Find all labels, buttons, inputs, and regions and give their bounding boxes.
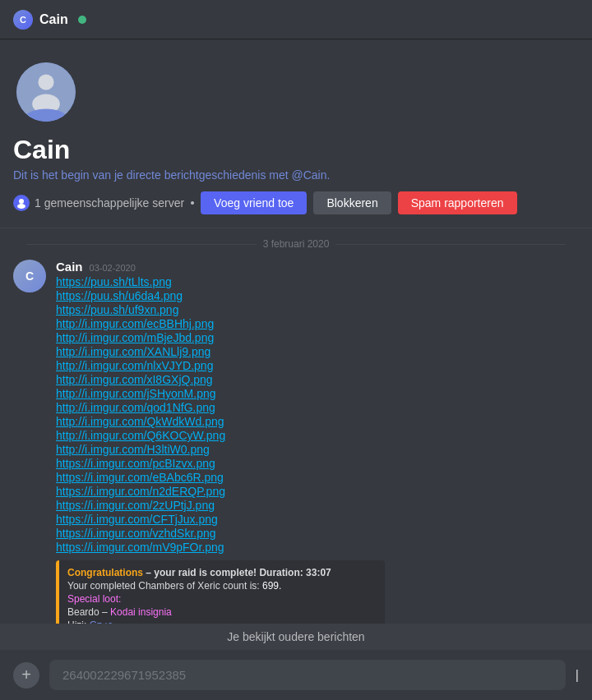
message-input[interactable]: [49, 660, 566, 690]
profile-actions: 1 gemeenschappelijke server Voeg vriend …: [13, 191, 579, 214]
mutual-servers-label: 1 gemeenschappelijke server: [35, 196, 184, 210]
block-button[interactable]: Blokkeren: [313, 191, 391, 214]
message-link[interactable]: https://i.imgur.com/eBAbc6R.png: [56, 471, 579, 484]
profile-area: Cain Dit is het begin van je directe ber…: [0, 39, 592, 228]
message-links: https://puu.sh/tLlts.pnghttps://puu.sh/u…: [56, 275, 579, 554]
top-bar: C Cain: [0, 0, 592, 39]
add-friend-button[interactable]: Voeg vriend toe: [201, 191, 307, 214]
date-divider-text: 3 februari 2020: [263, 238, 330, 250]
svg-point-1: [38, 74, 53, 90]
message-timestamp: 03-02-2020: [90, 263, 136, 273]
top-bar-username: Cain: [39, 12, 68, 27]
message-link[interactable]: https://i.imgur.com/CFTjJux.png: [56, 513, 579, 526]
attach-button[interactable]: +: [13, 662, 39, 688]
message-link[interactable]: https://i.imgur.com/pcBIzvx.png: [56, 457, 579, 470]
message-link[interactable]: http://i.imgur.com/mBjeJbd.png: [56, 331, 579, 344]
mutual-servers: 1 gemeenschappelijke server: [13, 195, 184, 211]
message-link[interactable]: http://i.imgur.com/jSHyonM.png: [56, 387, 579, 400]
message-link[interactable]: http://i.imgur.com/H3ltiW0.png: [56, 443, 579, 456]
cursor-icon: |: [576, 668, 579, 683]
message-link[interactable]: https://i.imgur.com/2zUPtjJ.png: [56, 499, 579, 512]
message-link[interactable]: http://i.imgur.com/XANLlj9.png: [56, 345, 579, 358]
embed-1: Congratulations – your raid is complete!…: [56, 560, 385, 624]
separator: [191, 201, 194, 205]
top-bar-avatar: C: [13, 10, 33, 30]
messages-area[interactable]: 3 februari 2020 C Cain 03-02-2020 https:…: [0, 228, 592, 624]
message-content: Cain 03-02-2020 https://puu.sh/tLlts.png…: [56, 260, 579, 624]
message-group: C Cain 03-02-2020 https://puu.sh/tLlts.p…: [13, 260, 579, 624]
svg-point-4: [19, 199, 24, 204]
date-divider: 3 februari 2020: [13, 228, 579, 260]
message-username: Cain: [56, 260, 83, 274]
message-link[interactable]: https://puu.sh/u6da4.png: [56, 289, 579, 302]
message-link[interactable]: http://i.imgur.com/ecBBHhj.png: [56, 317, 579, 330]
message-link[interactable]: https://puu.sh/uf9xn.png: [56, 303, 579, 316]
mutual-server-icon: [13, 195, 30, 211]
svg-point-5: [17, 204, 25, 209]
message-link[interactable]: http://i.imgur.com/Q6KOCyW.png: [56, 429, 579, 442]
embeds-container: Congratulations – your raid is complete!…: [56, 560, 579, 624]
avatar-image: [16, 62, 76, 122]
older-messages-banner: Je bekijkt oudere berichten: [0, 624, 592, 650]
profile-username: Cain: [13, 135, 579, 165]
message-link[interactable]: https://i.imgur.com/vzhdSkr.png: [56, 527, 579, 540]
input-area: + |: [0, 650, 592, 700]
message-link[interactable]: http://i.imgur.com/qod1NfG.png: [56, 401, 579, 414]
plus-icon: +: [21, 665, 31, 684]
message-link[interactable]: http://i.imgur.com/nlxVJYD.png: [56, 359, 579, 372]
message-link[interactable]: https://puu.sh/tLlts.png: [56, 275, 579, 288]
profile-avatar: [13, 59, 79, 125]
online-status-dot: [78, 16, 86, 24]
message-link[interactable]: http://i.imgur.com/xI8GXjQ.png: [56, 373, 579, 386]
message-link[interactable]: https://i.imgur.com/n2dERQP.png: [56, 485, 579, 498]
report-spam-button[interactable]: Spam rapporteren: [398, 191, 517, 214]
message-link[interactable]: http://i.imgur.com/QkWdkWd.png: [56, 415, 579, 428]
message-header: Cain 03-02-2020: [56, 260, 579, 274]
message-avatar: C: [13, 260, 46, 292]
message-link[interactable]: https://i.imgur.com/mV9pFOr.png: [56, 541, 579, 554]
profile-description: Dit is het begin van je directe berichtg…: [13, 168, 579, 182]
